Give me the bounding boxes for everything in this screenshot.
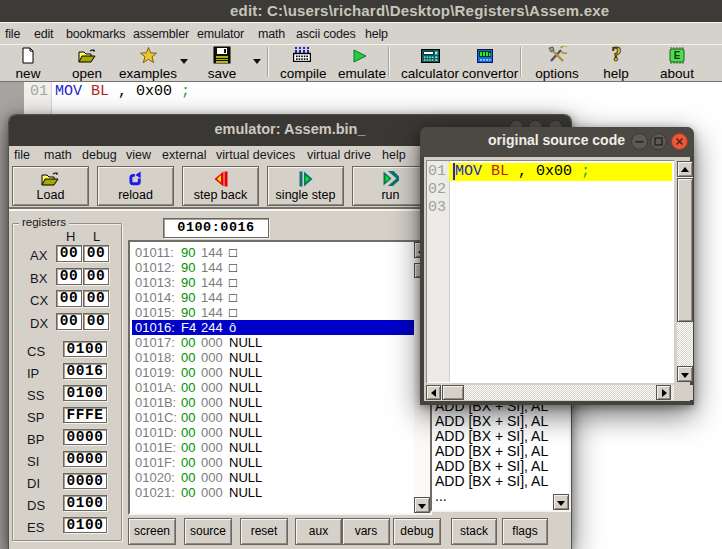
svg-text:E: E bbox=[674, 50, 681, 61]
svg-text:?: ? bbox=[611, 46, 621, 64]
